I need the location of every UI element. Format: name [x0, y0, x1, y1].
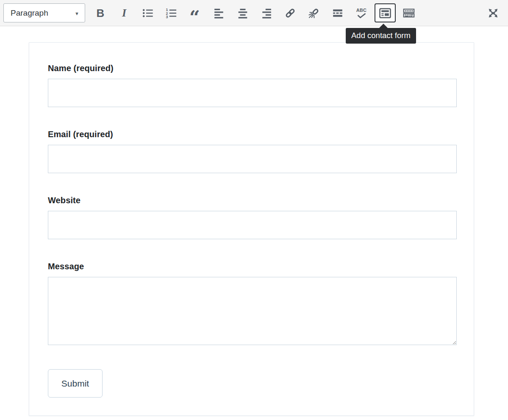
bullet-list-icon	[142, 7, 154, 19]
website-input[interactable]	[48, 211, 457, 239]
numbered-list-button[interactable]: 1 2 3	[161, 3, 182, 22]
align-center-button[interactable]	[232, 3, 253, 22]
unlink-button[interactable]	[303, 3, 325, 22]
message-textarea[interactable]	[48, 277, 457, 345]
svg-text:“: “	[189, 7, 200, 19]
field-group-email: Email (required)	[48, 129, 456, 173]
blockquote-button[interactable]: “	[185, 3, 206, 22]
format-dropdown-value: Paragraph	[11, 8, 48, 18]
bold-icon: B	[97, 8, 105, 19]
email-input[interactable]	[48, 145, 457, 173]
tooltip-text: Add contact form	[351, 31, 411, 40]
fullscreen-button[interactable]	[483, 3, 504, 22]
align-left-button[interactable]	[208, 3, 230, 22]
italic-button[interactable]: I	[114, 3, 135, 22]
read-more-button[interactable]	[327, 3, 348, 22]
italic-icon: I	[122, 8, 126, 19]
field-group-message: Message	[48, 261, 456, 345]
svg-text:3: 3	[166, 14, 168, 19]
fullscreen-icon	[487, 7, 499, 19]
spellcheck-icon: ABC	[356, 8, 367, 13]
contact-form-preview: Name (required) Email (required) Website…	[29, 42, 474, 416]
keyboard-toggle-button[interactable]	[398, 3, 419, 22]
email-label: Email (required)	[48, 129, 456, 139]
submit-button[interactable]: Submit	[48, 369, 103, 398]
align-right-icon	[261, 8, 272, 19]
align-right-button[interactable]	[256, 3, 277, 22]
bullet-list-button[interactable]	[137, 3, 158, 22]
blockquote-icon: “	[189, 7, 201, 19]
field-group-website: Website	[48, 195, 456, 239]
contact-form-icon	[379, 7, 391, 19]
editor-toolbar: Paragraph ▼ B I 1 2	[0, 0, 508, 26]
align-center-icon	[237, 8, 248, 19]
toolbar-button-row: B I 1 2 3	[90, 3, 419, 22]
link-button[interactable]	[280, 3, 301, 22]
checkmark-icon	[357, 13, 366, 18]
editor-content: Name (required) Email (required) Website…	[0, 26, 508, 416]
format-dropdown[interactable]: Paragraph ▼	[3, 3, 85, 22]
numbered-list-icon: 1 2 3	[166, 7, 178, 19]
link-icon	[284, 7, 296, 19]
align-left-icon	[214, 8, 225, 19]
keyboard-icon	[403, 7, 415, 19]
spellcheck-button[interactable]: ABC	[351, 3, 372, 22]
unlink-icon	[308, 7, 320, 19]
website-label: Website	[48, 195, 456, 205]
chevron-down-icon: ▼	[75, 11, 79, 16]
name-input[interactable]	[48, 79, 457, 107]
name-label: Name (required)	[48, 63, 456, 73]
read-more-icon	[332, 8, 343, 19]
field-group-name: Name (required)	[48, 63, 456, 107]
editor-window: Paragraph ▼ B I 1 2	[0, 0, 508, 420]
message-label: Message	[48, 261, 456, 271]
add-contact-form-button[interactable]	[375, 3, 396, 22]
tooltip: Add contact form	[346, 28, 416, 44]
bold-button[interactable]: B	[90, 3, 111, 22]
